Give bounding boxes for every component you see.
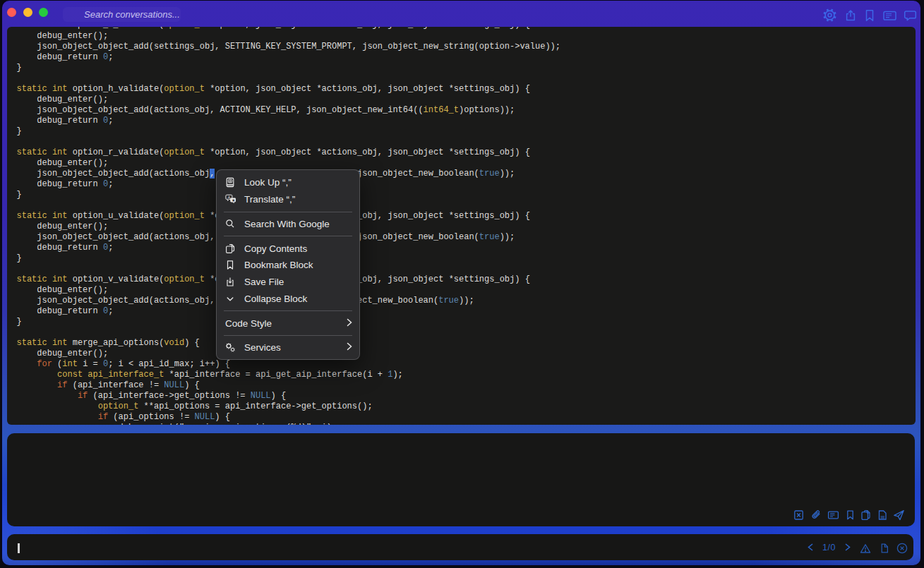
svg-text:A: A (228, 195, 231, 200)
svg-text:★: ★ (232, 198, 235, 203)
